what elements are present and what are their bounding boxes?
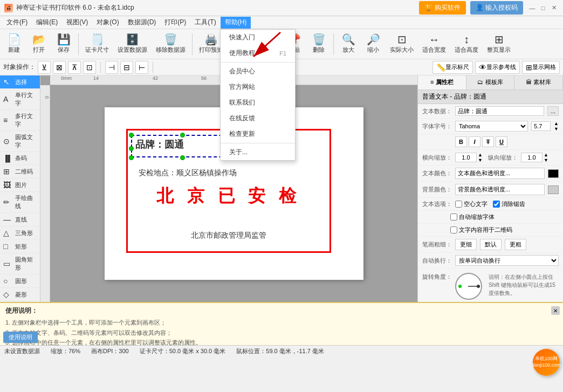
text-color-preview[interactable]	[548, 169, 559, 178]
tab-templates[interactable]: 🗂 模板库	[466, 75, 515, 90]
tool-qrcode[interactable]: ⊞ 二维码	[0, 165, 40, 178]
layer-down-button[interactable]: ⊻	[38, 61, 51, 74]
font-size-input[interactable]	[531, 121, 551, 131]
menu-edit[interactable]: 编辑(E)	[32, 17, 62, 29]
menu-vip[interactable]: 会员中心	[221, 64, 295, 79]
close-button[interactable]: ✕	[549, 3, 559, 13]
menu-object[interactable]: 对象(O)	[92, 17, 123, 29]
menu-print[interactable]: 打印(P)	[160, 17, 190, 29]
show-refline-button[interactable]: 👁 显示参考线	[475, 61, 520, 74]
stroke-default-button[interactable]: 默认	[480, 239, 502, 250]
show-grid-button[interactable]: ⊞ 显示网格	[522, 61, 560, 74]
rotation-start-dot[interactable]	[458, 285, 462, 288]
handle-bm[interactable]	[180, 155, 185, 160]
layer-top-button[interactable]: ⊡	[83, 61, 96, 74]
bold-button[interactable]: B	[455, 136, 467, 147]
text-color-button[interactable]: 文本颜色和透明度...	[455, 168, 545, 179]
underline-button[interactable]: U	[496, 136, 507, 147]
menu-file[interactable]: 文件(F)	[2, 17, 32, 29]
auto-shrink-input[interactable]	[450, 214, 457, 221]
brand-text-element[interactable]: 品牌：圆通	[133, 137, 186, 152]
minimize-button[interactable]: —	[527, 3, 537, 13]
buy-software-button[interactable]: 🏆 购买软件	[419, 1, 465, 15]
font-select[interactable]: Tahoma	[455, 121, 528, 132]
tool-pencil[interactable]: ✏ 手绘曲线	[0, 192, 40, 213]
help-button[interactable]: 使用说明	[3, 332, 38, 343]
show-ruler-button[interactable]: 📏 显示标尺	[432, 61, 473, 74]
v-scale-spinner[interactable]: ▲▼	[544, 152, 548, 163]
card-size-button[interactable]: 🗒️ 证卡尺寸	[81, 31, 113, 58]
menu-quick-start[interactable]: 快速入门	[221, 30, 295, 45]
fit-height-button[interactable]: ↕ 适合高度	[451, 31, 482, 58]
italic-button[interactable]: I	[469, 136, 480, 147]
v-scale-input[interactable]	[521, 153, 543, 162]
align-center-h-button[interactable]: ⊟	[120, 61, 133, 74]
handle-tm[interactable]	[180, 133, 185, 137]
anti-alias-input[interactable]	[493, 201, 500, 208]
fab-button[interactable]: 单机100网danji100.com	[533, 349, 560, 376]
auto-shrink-check[interactable]: 自动缩放字体	[450, 213, 495, 221]
delete-button[interactable]: 🗑️ 删除	[307, 31, 331, 58]
actual-size-button[interactable]: ⊡ 实际大小	[386, 31, 417, 58]
bg-color-button[interactable]: 背景颜色和透明度...	[455, 184, 545, 195]
open-button[interactable]: 📂 打开	[27, 31, 51, 58]
menu-tutorial[interactable]: 使用教程 F1	[221, 45, 295, 61]
tool-triangle[interactable]: △ 三角形	[0, 226, 40, 240]
full-display-button[interactable]: ⊞ 整页显示	[483, 31, 514, 58]
tool-line[interactable]: — 直线	[0, 213, 40, 226]
tool-select[interactable]: ↖ 选择	[0, 75, 40, 89]
menu-update[interactable]: 检查更新	[221, 126, 295, 142]
h-scale-spinner[interactable]: ▲▼	[478, 152, 483, 163]
tool-rect[interactable]: □ 矩形	[0, 240, 40, 253]
h-scale-input[interactable]	[455, 153, 477, 162]
set-datasource-button[interactable]: 🗄️ 设置数据源	[114, 31, 151, 58]
font-size-spinner[interactable]: ▲▼	[554, 121, 559, 132]
fit-width-button[interactable]: ↔ 适合宽度	[418, 31, 450, 58]
zoom-in-button[interactable]: 🔍 放大	[337, 31, 360, 58]
tool-multi-text[interactable]: ≡ 多行文字	[0, 110, 40, 131]
layer-up-button[interactable]: ⊼	[68, 61, 81, 74]
hollow-text-check[interactable]: 空心文字	[455, 200, 488, 208]
strikethrough-button[interactable]: T	[482, 136, 494, 147]
menu-view[interactable]: 视图(V)	[62, 17, 92, 29]
qr-content-check[interactable]: 文字内容用于二维码	[450, 226, 512, 234]
tool-arc-text[interactable]: ⊙ 圆弧文字	[0, 131, 40, 152]
menu-contact[interactable]: 联系我们	[221, 95, 295, 111]
maximize-button[interactable]: □	[538, 3, 548, 13]
handle-ml[interactable]	[129, 146, 134, 151]
auth-button[interactable]: 👤 输入授权码	[470, 1, 523, 15]
new-button[interactable]: 📄 新建	[2, 31, 26, 58]
datasource-input[interactable]	[455, 106, 544, 116]
align-left-button[interactable]: ⊣	[105, 61, 118, 74]
wrap-select[interactable]: 按单词自动换行	[455, 255, 559, 266]
tool-single-text[interactable]: A 单行文字	[0, 89, 40, 110]
stroke-thin-button[interactable]: 更细	[455, 239, 477, 250]
rotation-circle[interactable]	[455, 273, 482, 300]
menu-website[interactable]: 官方网站	[221, 79, 295, 95]
handle-tl[interactable]	[129, 133, 134, 137]
save-button[interactable]: 💾 保存	[52, 31, 75, 58]
help-close-button[interactable]: ✕	[551, 306, 560, 315]
menu-datasource[interactable]: 数据源(D)	[123, 17, 161, 29]
handle-bl[interactable]	[129, 155, 134, 160]
tool-round-rect[interactable]: ▭ 圆角矩形	[0, 253, 40, 274]
tool-image[interactable]: 🖼 图片	[0, 178, 40, 192]
menu-feedback[interactable]: 在线反馈	[221, 111, 295, 126]
anti-alias-check[interactable]: 消除锯齿	[493, 200, 525, 208]
tool-ellipse[interactable]: ○ 圆形	[0, 274, 40, 288]
zoom-out-button[interactable]: 🔎 缩小	[361, 31, 385, 58]
hollow-text-input[interactable]	[455, 201, 462, 208]
remove-datasource-button[interactable]: 🗑️ 移除数据源	[152, 31, 189, 58]
stroke-thick-button[interactable]: 更粗	[505, 239, 526, 250]
menu-tools[interactable]: 工具(T)	[190, 17, 220, 29]
bg-color-preview[interactable]	[548, 185, 559, 194]
qr-content-input[interactable]	[450, 226, 457, 233]
tool-diamond[interactable]: ◇ 菱形	[0, 288, 40, 301]
datasource-btn[interactable]: ...	[547, 106, 559, 116]
layer-bottom-button[interactable]: ⊠	[53, 61, 66, 74]
tool-barcode[interactable]: ▐▌ 条码	[0, 152, 40, 165]
align-right-button[interactable]: ⊢	[135, 61, 148, 74]
tab-properties[interactable]: ≡ 属性栏	[418, 75, 466, 90]
menu-about[interactable]: 关于...	[221, 145, 295, 160]
tab-assets[interactable]: 🏛 素材库	[514, 75, 563, 90]
